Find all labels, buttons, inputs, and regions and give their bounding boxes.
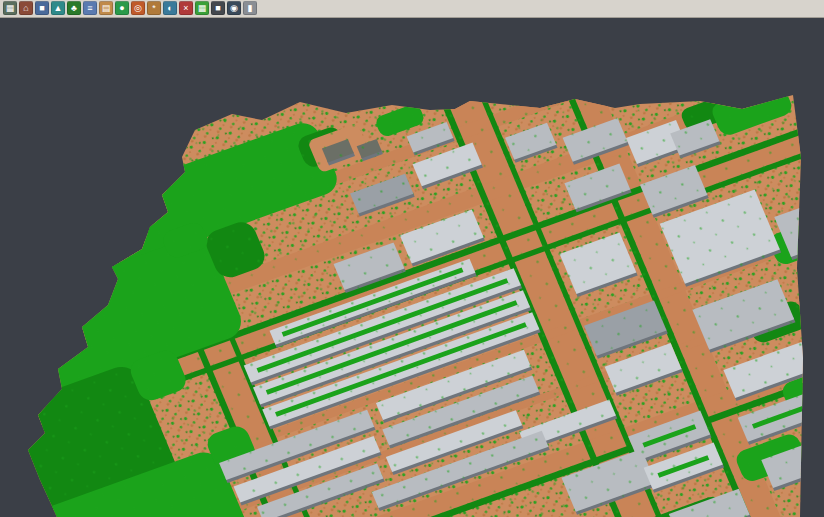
globe-icon[interactable]: ◉ (227, 1, 241, 15)
save-icon[interactable]: ■ (35, 1, 49, 15)
viewport[interactable] (0, 18, 824, 517)
app-window: ▦⌂■▲♣≡▤●◎*◐×▦■◉▮ (0, 0, 824, 517)
dataset-icon[interactable]: ▤ (99, 1, 113, 15)
open-project-icon[interactable]: ⌂ (19, 1, 33, 15)
vegetation-layer-icon[interactable]: ♣ (67, 1, 81, 15)
grid-icon[interactable]: ▦ (195, 1, 209, 15)
render-mode-icon[interactable]: ■ (211, 1, 225, 15)
new-scene-icon[interactable]: ▦ (3, 1, 17, 15)
terrain-model (0, 18, 824, 517)
delete-icon[interactable]: × (179, 1, 193, 15)
orbit-view-icon[interactable]: ◐ (163, 1, 177, 15)
toolbar: ▦⌂■▲♣≡▤●◎*◐×▦■◉▮ (0, 0, 824, 18)
settings-icon[interactable]: * (147, 1, 161, 15)
classify-icon[interactable]: ● (115, 1, 129, 15)
terrain-view-icon[interactable]: ▲ (51, 1, 65, 15)
stats-icon[interactable]: ▮ (243, 1, 257, 15)
viewport-3d-scene[interactable] (0, 18, 824, 517)
table-view-icon[interactable]: ≡ (83, 1, 97, 15)
measure-icon[interactable]: ◎ (131, 1, 145, 15)
